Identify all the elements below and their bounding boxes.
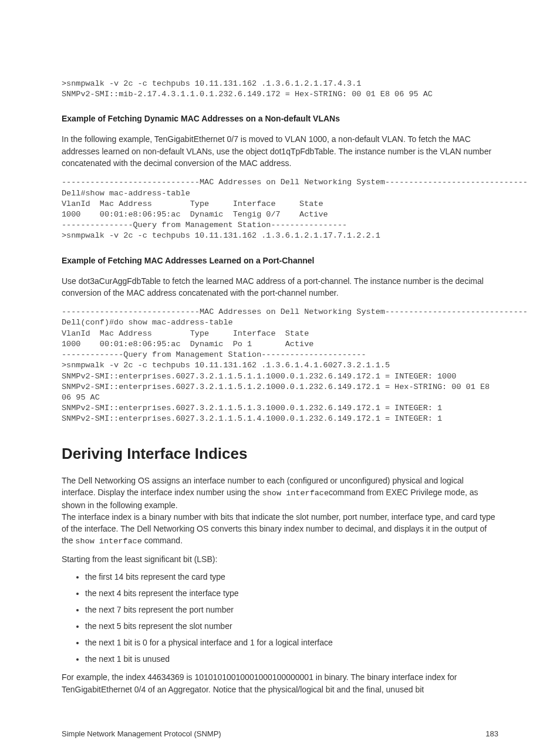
code-block-1: >snmpwalk -v 2c -c techpubs 10.11.131.16… (62, 79, 498, 100)
code-show-interface-2: show interface (75, 537, 141, 546)
code-block-2: -----------------------------MAC Address… (62, 177, 498, 241)
code-block-3: -----------------------------MAC Address… (62, 307, 498, 424)
code-show-interface-1: show interface (262, 489, 329, 498)
bit-list: the first 14 bits represent the card typ… (62, 571, 498, 665)
paragraph-lsb: Starting from the least significant bit … (62, 553, 498, 565)
paragraph-nondefault-vlan: In the following example, TenGigabitEthe… (62, 133, 498, 169)
list-item: the next 1 bit is 0 for a physical inter… (85, 637, 498, 649)
list-item: the next 4 bits represent the interface … (85, 587, 498, 600)
list-item: the first 14 bits represent the card typ… (85, 571, 498, 583)
list-item: the next 5 bits represent the slot numbe… (85, 620, 498, 633)
heading-example-nondefault-vlan: Example of Fetching Dynamic MAC Addresse… (62, 113, 498, 125)
footer-title: Simple Network Management Protocol (SNMP… (62, 728, 221, 740)
heading-deriving-interface-indices: Deriving Interface Indices (62, 442, 498, 465)
heading-example-port-channel: Example of Fetching MAC Addresses Learne… (62, 255, 498, 267)
list-item: the next 7 bits represent the port numbe… (85, 604, 498, 616)
paragraph-dell-os-interface: The Dell Networking OS assigns an interf… (62, 475, 498, 547)
list-item: the next 1 bit is unused (85, 653, 498, 665)
paragraph-port-channel: Use dot3aCurAggFdbTable to fetch the lea… (62, 275, 498, 299)
page-number: 183 (485, 728, 498, 740)
paragraph-example-index: For example, the index 44634369 is 10101… (62, 671, 498, 695)
